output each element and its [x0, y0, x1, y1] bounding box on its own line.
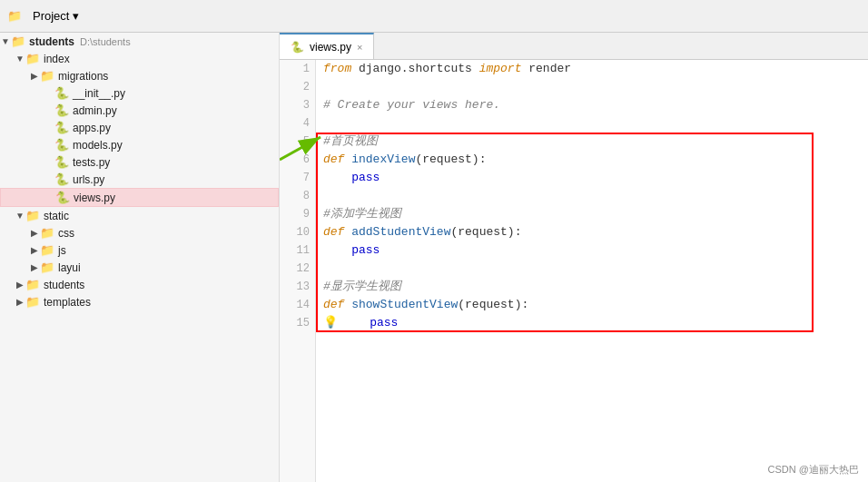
item-label: apps.py [73, 122, 111, 134]
code-line: #首页视图 [323, 133, 868, 151]
arrow-icon [15, 211, 25, 221]
editor-body[interactable]: 123456789101112131415 from django.shortc… [280, 60, 868, 482]
code-token: (request): [458, 296, 528, 314]
line-number: 9 [280, 205, 310, 223]
code-token: #显示学生视图 [323, 278, 401, 296]
code-token: #首页视图 [323, 133, 378, 151]
sidebar-item-apps[interactable]: 🐍apps.py [0, 119, 279, 136]
code-token [323, 241, 351, 260]
dropdown-icon[interactable]: ▾ [73, 9, 79, 23]
arrow-icon [29, 262, 40, 272]
sidebar: 📁studentsD:\students📁index📁migrations🐍__… [0, 33, 280, 482]
py-file-icon: 🐍 [54, 103, 69, 117]
code-line: # Create your views here. [323, 96, 868, 114]
folder-icon: 📁 [11, 34, 25, 48]
item-label: templates [44, 296, 91, 309]
folder-icon: 📁 [40, 261, 54, 274]
folder-icon: 📁 [40, 243, 54, 257]
code-token: from [323, 60, 359, 78]
code-line [323, 114, 868, 133]
tab-views-py[interactable]: 🐍 views.py × [280, 33, 374, 59]
tab-close-button[interactable]: × [357, 42, 362, 53]
code-token: import [479, 60, 522, 78]
code-line [323, 187, 868, 205]
code-area[interactable]: from django.shortcuts import render# Cre… [316, 60, 868, 482]
tab-file-icon: 🐍 [291, 41, 304, 54]
line-number: 5 [280, 133, 310, 151]
folder-icon: 📁 [40, 69, 54, 83]
code-line: #显示学生视图 [323, 278, 868, 296]
sidebar-item-admin[interactable]: 🐍admin.py [0, 102, 279, 119]
bulb-icon[interactable]: 💡 [323, 314, 338, 332]
sidebar-item-css[interactable]: 📁css [0, 224, 279, 241]
sidebar-item-js[interactable]: 📁js [0, 241, 279, 259]
code-token: pass [351, 169, 380, 187]
arrow-icon [29, 245, 40, 255]
item-label: static [44, 210, 69, 222]
py-file-icon: 🐍 [55, 191, 70, 204]
folder-icon: 📁 [40, 226, 54, 240]
code-token: def [323, 151, 351, 169]
code-token: def [323, 223, 351, 241]
item-label: models.py [73, 139, 123, 152]
code-token: addStudentView [351, 223, 450, 241]
code-line: def showStudentView(request): [323, 296, 868, 314]
item-label: students [29, 35, 74, 48]
item-path: D:\students [80, 36, 131, 47]
sidebar-item-tests[interactable]: 🐍tests.py [0, 153, 279, 171]
line-number: 4 [280, 114, 310, 133]
code-token: # Create your views here. [323, 96, 500, 114]
code-token [323, 169, 351, 187]
code-token: #添加学生视图 [323, 205, 401, 223]
sidebar-item-templates[interactable]: 📁templates [0, 293, 279, 310]
code-token: def [323, 296, 351, 314]
sidebar-item-init[interactable]: 🐍__init__.py [0, 84, 279, 102]
toolbar: 📁 Project ▾ [0, 0, 868, 33]
sidebar-item-students2[interactable]: 📁students [0, 276, 279, 293]
sidebar-item-urls[interactable]: 🐍urls.py [0, 171, 279, 188]
line-number: 2 [280, 78, 310, 96]
sidebar-item-migrations[interactable]: 📁migrations [0, 67, 279, 84]
item-label: js [58, 244, 66, 257]
line-number: 11 [280, 241, 310, 260]
line-numbers: 123456789101112131415 [280, 60, 316, 482]
item-label: students [44, 279, 84, 291]
line-number: 14 [280, 296, 310, 314]
code-line: pass [323, 169, 868, 187]
code-token: (request): [450, 223, 521, 241]
line-number: 12 [280, 260, 310, 278]
code-token: pass [370, 314, 398, 332]
code-token: showStudentView [351, 296, 458, 314]
code-line: def addStudentView(request): [323, 223, 868, 241]
line-number: 6 [280, 151, 310, 169]
sidebar-item-views[interactable]: 🐍views.py [0, 188, 279, 207]
py-file-icon: 🐍 [54, 86, 69, 100]
project-label: Project [33, 9, 69, 23]
py-file-icon: 🐍 [54, 138, 69, 152]
arrow-icon [29, 228, 40, 238]
code-line [323, 78, 868, 96]
sidebar-item-index[interactable]: 📁index [0, 50, 279, 67]
line-number: 15 [280, 314, 310, 332]
code-line: 💡 pass [323, 314, 868, 332]
sidebar-item-students-root[interactable]: 📁studentsD:\students [0, 33, 279, 50]
tab-bar: 🐍 views.py × [280, 33, 868, 60]
watermark: CSDN @迪丽大热巴 [768, 463, 859, 477]
main-area: 📁studentsD:\students📁index📁migrations🐍__… [0, 33, 868, 482]
arrow-icon [0, 36, 11, 46]
sidebar-item-static[interactable]: 📁static [0, 207, 279, 224]
item-label: tests.py [73, 156, 110, 169]
arrow-icon [15, 297, 25, 307]
code-token [341, 314, 370, 332]
line-number: 3 [280, 96, 310, 114]
py-file-icon: 🐍 [54, 155, 69, 169]
code-token: (request): [415, 151, 486, 169]
sidebar-item-models[interactable]: 🐍models.py [0, 136, 279, 153]
code-token: indexView [351, 151, 415, 169]
project-title: Project ▾ [33, 9, 79, 23]
code-line: from django.shortcuts import render [323, 60, 868, 78]
sidebar-item-layui[interactable]: 📁layui [0, 259, 279, 276]
arrow-icon [15, 54, 25, 64]
code-token: pass [351, 241, 380, 260]
line-number: 13 [280, 278, 310, 296]
